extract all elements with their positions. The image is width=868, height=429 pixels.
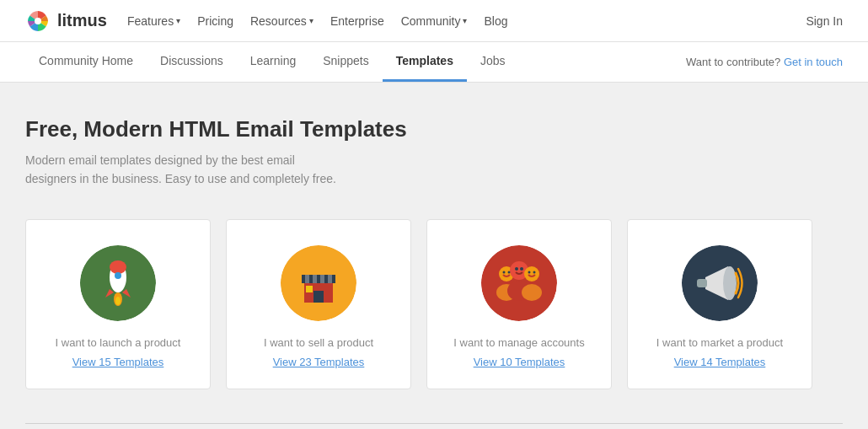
nav-blog[interactable]: Blog — [484, 14, 507, 28]
svg-point-26 — [503, 271, 506, 273]
page-subtitle: Modern email templates designed by the b… — [25, 151, 346, 189]
card-sell-link[interactable]: View 23 Templates — [273, 356, 365, 368]
sub-navigation: Community Home Discussions Learning Snip… — [0, 42, 868, 83]
card-manage: I want to manage accounts View 10 Templa… — [426, 219, 612, 389]
svg-rect-35 — [697, 279, 707, 287]
svg-rect-15 — [320, 275, 324, 283]
card-launch-label: I want to launch a product — [56, 336, 181, 349]
manage-illustration — [481, 245, 557, 321]
footer-divider — [25, 423, 843, 424]
svg-point-4 — [110, 260, 126, 274]
card-market-image — [682, 245, 758, 321]
svg-rect-13 — [305, 275, 309, 283]
top-nav-left: litmus Features ▾ Pricing Resources ▾ En… — [25, 8, 508, 34]
subnav-community-home[interactable]: Community Home — [25, 42, 147, 82]
svg-point-5 — [115, 272, 121, 279]
sub-nav-items: Community Home Discussions Learning Snip… — [25, 42, 519, 82]
svg-point-34 — [723, 266, 737, 300]
card-sell: I want to sell a product View 23 Templat… — [226, 219, 411, 389]
svg-point-25 — [522, 284, 542, 301]
nav-enterprise[interactable]: Enterprise — [330, 14, 384, 28]
get-in-touch-link[interactable]: Get in touch — [784, 56, 843, 68]
svg-rect-14 — [313, 275, 317, 283]
nav-items: Features ▾ Pricing Resources ▾ Enterpris… — [127, 14, 508, 28]
svg-point-31 — [533, 271, 536, 273]
svg-point-9 — [115, 297, 121, 305]
litmus-logo-icon — [25, 8, 51, 34]
sign-in-link[interactable]: Sign In — [806, 14, 843, 28]
card-market: I want to market a product View 14 Templ… — [627, 219, 812, 389]
card-sell-label: I want to sell a product — [264, 336, 373, 349]
svg-point-30 — [528, 271, 531, 273]
top-navigation: litmus Features ▾ Pricing Resources ▾ En… — [0, 0, 868, 42]
card-manage-label: I want to manage accounts — [453, 336, 584, 349]
subnav-jobs[interactable]: Jobs — [467, 42, 519, 82]
svg-point-28 — [515, 267, 518, 271]
logo-text: litmus — [57, 11, 107, 30]
svg-rect-16 — [328, 275, 332, 283]
top-nav-right: Sign In — [806, 14, 843, 28]
market-illustration — [682, 245, 758, 321]
subnav-learning[interactable]: Learning — [237, 42, 310, 82]
card-launch: I want to launch a product View 15 Templ… — [25, 219, 211, 389]
nav-pricing[interactable]: Pricing — [197, 14, 233, 28]
card-market-label: I want to market a product — [656, 336, 783, 349]
page-title: Free, Modern HTML Email Templates — [25, 116, 843, 142]
nav-community[interactable]: Community ▾ — [401, 14, 468, 28]
svg-rect-18 — [306, 286, 313, 292]
logo-link[interactable]: litmus — [25, 8, 107, 34]
template-cards-row: I want to launch a product View 15 Templ… — [25, 219, 843, 389]
svg-point-27 — [508, 271, 511, 273]
svg-point-24 — [524, 266, 539, 282]
svg-point-1 — [35, 18, 41, 24]
nav-resources[interactable]: Resources ▾ — [250, 14, 313, 28]
main-content: Free, Modern HTML Email Templates Modern… — [0, 83, 868, 429]
subnav-discussions[interactable]: Discussions — [147, 42, 237, 82]
community-caret-icon: ▾ — [463, 16, 467, 25]
sub-nav-contribute: Want to contribute? Get in touch — [686, 56, 843, 68]
card-market-link[interactable]: View 14 Templates — [674, 356, 766, 368]
card-sell-image — [281, 245, 356, 321]
subnav-snippets[interactable]: Snippets — [309, 42, 382, 82]
nav-features[interactable]: Features ▾ — [127, 14, 180, 28]
sell-illustration — [281, 245, 356, 321]
features-caret-icon: ▾ — [176, 16, 180, 25]
subnav-templates[interactable]: Templates — [383, 42, 467, 82]
launch-illustration — [80, 245, 156, 321]
svg-point-29 — [520, 267, 523, 271]
card-manage-image — [481, 245, 557, 321]
svg-rect-17 — [313, 291, 324, 303]
card-launch-image — [80, 245, 156, 321]
resources-caret-icon: ▾ — [309, 16, 313, 25]
card-manage-link[interactable]: View 10 Templates — [474, 356, 565, 368]
card-launch-link[interactable]: View 15 Templates — [72, 356, 164, 368]
